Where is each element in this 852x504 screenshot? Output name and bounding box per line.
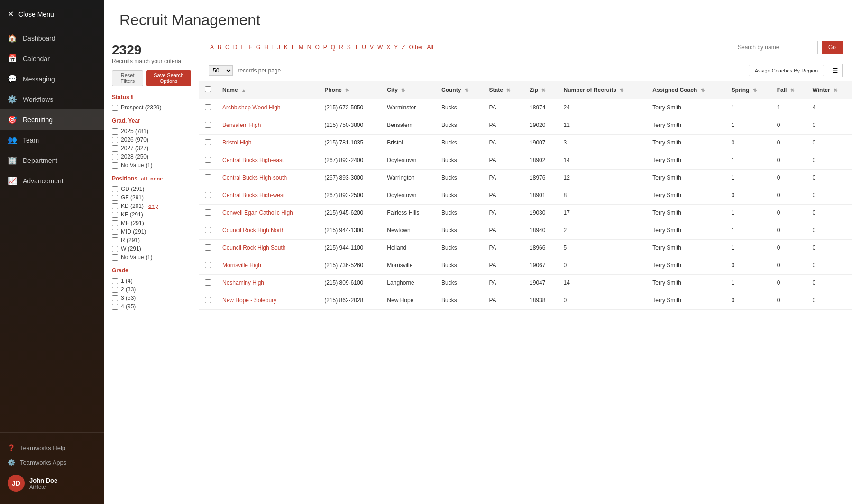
filter-item[interactable]: MID (291) — [112, 228, 191, 235]
filter-item[interactable]: R (291) — [112, 237, 191, 243]
col-zip[interactable]: Zip ⇅ — [524, 81, 558, 99]
filter-checkbox[interactable] — [112, 237, 118, 243]
select-all-checkbox[interactable] — [205, 86, 211, 92]
filter-checkbox[interactable] — [112, 220, 118, 226]
row-checkbox[interactable] — [205, 192, 211, 198]
alpha-all-button[interactable]: All — [426, 43, 435, 52]
filter-checkbox[interactable] — [112, 212, 118, 218]
alpha-p-button[interactable]: P — [322, 43, 329, 52]
filter-checkbox[interactable] — [112, 287, 118, 293]
row-checkbox-cell[interactable] — [199, 257, 217, 275]
filter-item[interactable]: No Value (1) — [112, 162, 191, 169]
positions-all-link[interactable]: all — [141, 176, 147, 181]
row-checkbox[interactable] — [205, 209, 211, 216]
row-checkbox-cell[interactable] — [199, 292, 217, 310]
alpha-j-button[interactable]: J — [276, 43, 282, 52]
alpha-n-button[interactable]: N — [306, 43, 313, 52]
positions-none-link[interactable]: none — [150, 176, 163, 181]
row-checkbox[interactable] — [205, 297, 211, 303]
row-checkbox-cell[interactable] — [199, 135, 217, 152]
alpha-c-button[interactable]: C — [224, 43, 231, 52]
name-link[interactable]: Council Rock High South — [222, 244, 285, 251]
filter-checkbox[interactable] — [112, 186, 118, 192]
name-link[interactable]: Morrisville High — [222, 262, 261, 269]
only-link[interactable]: only — [148, 203, 158, 209]
search-input[interactable] — [733, 41, 818, 54]
alpha-z-button[interactable]: Z — [400, 43, 406, 52]
alpha-u-button[interactable]: U — [360, 43, 367, 52]
alpha-l-button[interactable]: L — [290, 43, 296, 52]
row-checkbox-cell[interactable] — [199, 99, 217, 117]
sidebar-item-calendar[interactable]: 📅Calendar — [0, 48, 104, 69]
row-checkbox[interactable] — [205, 262, 211, 268]
alpha-d-button[interactable]: D — [232, 43, 239, 52]
alpha-h-button[interactable]: H — [263, 43, 270, 52]
select-all-header[interactable] — [199, 81, 217, 99]
name-link[interactable]: Central Bucks High-east — [222, 157, 284, 163]
row-checkbox[interactable] — [205, 139, 211, 145]
alpha-other-button[interactable]: Other — [408, 43, 425, 52]
col-city[interactable]: City ⇅ — [381, 81, 436, 99]
alpha-t-button[interactable]: T — [353, 43, 359, 52]
filter-checkbox[interactable] — [112, 246, 118, 252]
filter-item[interactable]: KF (291) — [112, 211, 191, 218]
filter-item[interactable]: GD (291) — [112, 186, 191, 192]
filter-checkbox[interactable] — [112, 195, 118, 201]
sidebar-item-dashboard[interactable]: 🏠Dashboard — [0, 28, 104, 48]
row-checkbox-cell[interactable] — [199, 275, 217, 292]
close-menu-button[interactable]: ✕ Close Menu — [0, 0, 104, 28]
filter-item[interactable]: KD (291)only — [112, 203, 191, 209]
name-link[interactable]: Bristol High — [222, 139, 251, 146]
col-phone[interactable]: Phone ⇅ — [319, 81, 381, 99]
filter-checkbox[interactable] — [112, 154, 118, 160]
col-county[interactable]: County ⇅ — [436, 81, 484, 99]
sidebar-footer-help[interactable]: ❓Teamworks Help — [8, 441, 97, 455]
sidebar-footer-apps[interactable]: ⚙️Teamworks Apps — [8, 455, 97, 470]
row-checkbox-cell[interactable] — [199, 170, 217, 187]
filter-checkbox[interactable] — [112, 137, 118, 143]
sidebar-item-messaging[interactable]: 💬Messaging — [0, 69, 104, 89]
alpha-x-button[interactable]: X — [385, 43, 392, 52]
filter-checkbox[interactable] — [112, 203, 118, 209]
assign-coaches-button[interactable]: Assign Coaches By Region — [749, 65, 824, 76]
name-link[interactable]: Neshaminy High — [222, 279, 264, 286]
name-link[interactable]: Bensalem High — [222, 122, 261, 128]
name-link[interactable]: Conwell Egan Catholic High — [222, 209, 293, 216]
name-link[interactable]: Central Bucks High-south — [222, 174, 287, 181]
alpha-i-button[interactable]: I — [271, 43, 275, 52]
filter-item[interactable]: GF (291) — [112, 194, 191, 201]
alpha-g-button[interactable]: G — [255, 43, 262, 52]
filter-checkbox[interactable] — [112, 304, 118, 310]
prospect-checkbox[interactable] — [112, 105, 118, 111]
row-checkbox[interactable] — [205, 227, 211, 233]
col-spring[interactable]: Spring ⇅ — [725, 81, 771, 99]
col-assigned-coach[interactable]: Assigned Coach ⇅ — [647, 81, 725, 99]
row-checkbox-cell[interactable] — [199, 240, 217, 257]
row-checkbox-cell[interactable] — [199, 187, 217, 205]
row-checkbox-cell[interactable] — [199, 222, 217, 240]
sidebar-item-team[interactable]: 👥Team — [0, 130, 104, 150]
alpha-w-button[interactable]: W — [376, 43, 384, 52]
filter-item[interactable]: 4 (95) — [112, 303, 191, 310]
filter-checkbox[interactable] — [112, 145, 118, 152]
col-winter[interactable]: Winter ⇅ — [807, 81, 852, 99]
col-state[interactable]: State ⇅ — [484, 81, 524, 99]
row-checkbox-cell[interactable] — [199, 117, 217, 135]
row-checkbox[interactable] — [205, 279, 211, 286]
menu-button[interactable]: ☰ — [828, 64, 843, 77]
row-checkbox[interactable] — [205, 122, 211, 128]
name-link[interactable]: Council Rock High North — [222, 227, 284, 234]
sidebar-item-advancement[interactable]: 📈Advancement — [0, 171, 104, 191]
go-button[interactable]: Go — [822, 41, 843, 54]
filter-item[interactable]: No Value (1) — [112, 254, 191, 261]
filter-item[interactable]: 2028 (250) — [112, 153, 191, 160]
filter-item[interactable]: 2026 (970) — [112, 136, 191, 143]
alpha-y-button[interactable]: Y — [393, 43, 399, 52]
filter-checkbox[interactable] — [112, 295, 118, 301]
filter-item[interactable]: MF (291) — [112, 220, 191, 226]
sidebar-item-department[interactable]: 🏢Department — [0, 150, 104, 171]
alpha-o-button[interactable]: O — [313, 43, 321, 52]
alpha-k-button[interactable]: K — [283, 43, 289, 52]
alpha-m-button[interactable]: M — [297, 43, 305, 52]
filter-item-prospect[interactable]: Prospect (2329) — [112, 104, 191, 111]
